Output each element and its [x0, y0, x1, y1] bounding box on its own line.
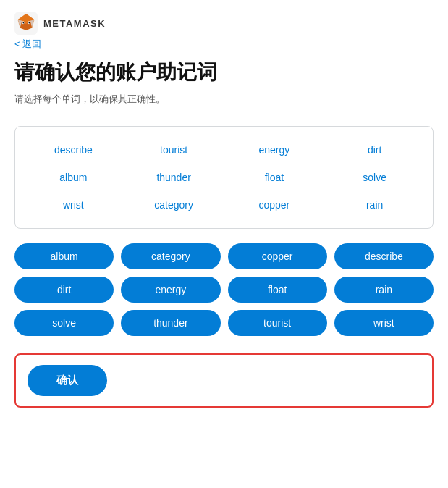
answer-word-cell[interactable]: rain — [328, 196, 421, 214]
word-selection-button[interactable]: category — [121, 243, 220, 269]
answer-word-cell[interactable]: float — [228, 169, 321, 186]
answer-word-cell[interactable]: solve — [328, 169, 421, 186]
brand-name: METAMASK — [43, 18, 106, 29]
answer-word-cell[interactable]: copper — [228, 196, 321, 214]
brand-row: METAMASK — [14, 12, 434, 35]
word-selection-button[interactable]: tourist — [228, 310, 327, 336]
page-subtitle: 请选择每个单词，以确保其正确性。 — [14, 93, 434, 106]
answer-word-cell[interactable]: tourist — [127, 141, 221, 159]
answer-word-grid-container: describetouristenergydirtalbumthunderflo… — [14, 126, 434, 229]
answer-word-cell[interactable]: describe — [27, 141, 120, 159]
confirm-button[interactable]: 确认 — [28, 365, 107, 396]
answer-word-cell[interactable]: dirt — [328, 141, 421, 159]
word-selection-button[interactable]: thunder — [121, 310, 220, 336]
answer-word-cell[interactable]: category — [127, 196, 221, 214]
word-selection-button[interactable]: album — [14, 243, 114, 269]
svg-point-12 — [28, 22, 30, 24]
answer-word-cell[interactable]: album — [27, 169, 120, 186]
back-link[interactable]: < 返回 — [14, 38, 434, 51]
word-selection-button[interactable]: solve — [14, 310, 114, 336]
answer-word-cell[interactable]: energy — [228, 141, 321, 159]
answer-word-cell[interactable]: wrist — [27, 196, 120, 214]
word-selection-button[interactable]: rain — [334, 277, 434, 303]
page-title: 请确认您的账户助记词 — [14, 59, 434, 85]
word-selection-button[interactable]: describe — [334, 243, 434, 269]
metamask-logo-icon — [14, 12, 38, 35]
word-selection-button[interactable]: dirt — [14, 277, 114, 303]
word-button-grid: albumcategorycopperdescribedirtenergyflo… — [14, 243, 434, 336]
header: METAMASK < 返回 请确认您的账户助记词 请选择每个单词，以确保其正确性… — [0, 0, 448, 126]
word-selection-button[interactable]: energy — [121, 277, 220, 303]
answer-word-cell[interactable]: thunder — [127, 169, 221, 186]
word-selection-button[interactable]: float — [228, 277, 327, 303]
confirm-section: 确认 — [14, 353, 434, 408]
word-selection-button[interactable]: copper — [228, 243, 327, 269]
svg-point-11 — [22, 22, 24, 24]
answer-word-grid: describetouristenergydirtalbumthunderflo… — [27, 141, 421, 214]
word-selection-button[interactable]: wrist — [334, 310, 434, 336]
